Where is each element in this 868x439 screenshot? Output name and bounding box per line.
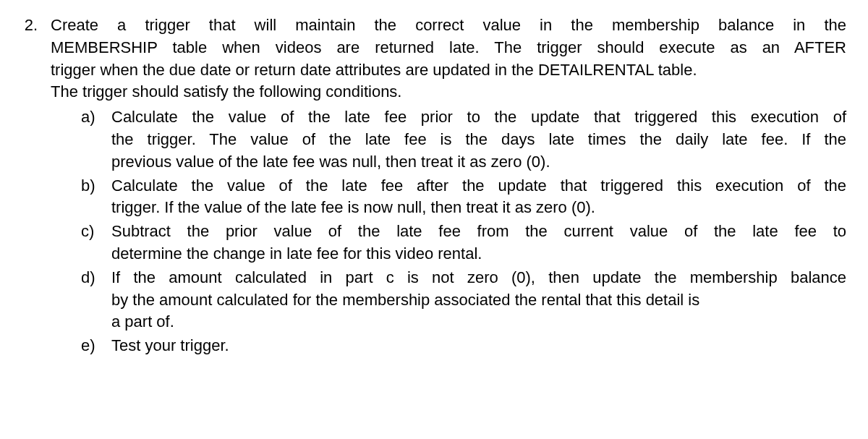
- sub-line: Test your trigger.: [111, 335, 846, 357]
- sub-text: If the amount calculated in part c is no…: [111, 267, 846, 333]
- sub-line: Calculate the value of the late fee afte…: [111, 175, 846, 197]
- sub-line: by the amount calculated for the members…: [111, 289, 846, 312]
- sub-letter: e): [81, 335, 111, 357]
- sub-letter: d): [81, 267, 111, 289]
- sub-line: Subtract the prior value of the late fee…: [111, 221, 846, 243]
- sub-item-d: d) If the amount calculated in part c is…: [51, 267, 846, 333]
- question-content: Create a trigger that will maintain the …: [51, 14, 846, 359]
- sub-line: previous value of the late fee was null,…: [111, 151, 846, 174]
- sub-line: Calculate the value of the late fee prio…: [111, 106, 846, 129]
- sub-letter: b): [81, 175, 111, 197]
- intro-line: The trigger should satisfy the following…: [51, 81, 846, 103]
- sub-text: Calculate the value of the late fee afte…: [111, 175, 846, 220]
- sub-text: Calculate the value of the late fee prio…: [111, 106, 846, 173]
- sub-line: the trigger. The value of the late fee i…: [111, 129, 846, 151]
- intro-line: Create a trigger that will maintain the …: [51, 14, 846, 37]
- sub-item-c: c) Subtract the prior value of the late …: [51, 221, 846, 265]
- sub-letter: a): [81, 106, 111, 129]
- question-number: 2.: [14, 14, 51, 37]
- sub-item-a: a) Calculate the value of the late fee p…: [51, 106, 846, 173]
- sub-line: trigger. If the value of the late fee is…: [111, 197, 846, 219]
- sub-text: Subtract the prior value of the late fee…: [111, 221, 846, 265]
- intro-line: MEMBERSHIP table when videos are returne…: [51, 37, 846, 59]
- sub-text: Test your trigger.: [111, 335, 846, 357]
- sub-line: a part of.: [111, 311, 846, 333]
- sub-line: If the amount calculated in part c is no…: [111, 267, 846, 289]
- sub-line: determine the change in late fee for thi…: [111, 243, 846, 265]
- sub-list: a) Calculate the value of the late fee p…: [51, 106, 846, 357]
- sub-item-e: e) Test your trigger.: [51, 335, 846, 357]
- sub-item-b: b) Calculate the value of the late fee a…: [51, 175, 846, 220]
- sub-letter: c): [81, 221, 111, 243]
- question-item: 2. Create a trigger that will maintain t…: [14, 14, 846, 359]
- intro-line: trigger when the due date or return date…: [51, 59, 846, 82]
